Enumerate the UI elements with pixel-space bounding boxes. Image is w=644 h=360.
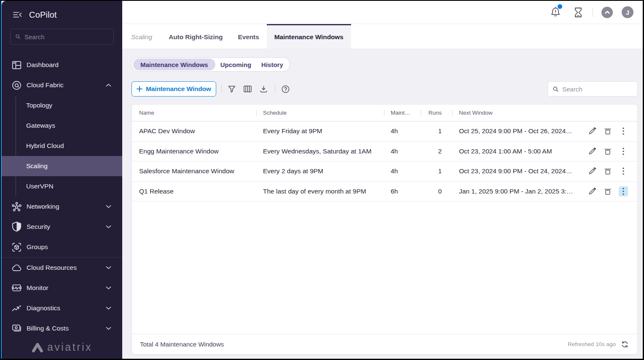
app-window: CoPilot: [1, 1, 643, 359]
aviatrix-logo-icon: [32, 342, 43, 352]
cell-runs: 1: [421, 127, 452, 135]
sidebar-item-label: Monitor: [27, 284, 48, 292]
tasks-button[interactable]: [574, 7, 582, 18]
edit-button[interactable]: [588, 166, 597, 176]
edit-button[interactable]: [588, 186, 597, 196]
tab-scaling[interactable]: Scaling: [122, 24, 161, 48]
kebab-icon: [623, 148, 624, 155]
toolbar-divider: [221, 85, 222, 93]
scroll-top-button[interactable]: [601, 7, 613, 18]
notification-dot: [558, 4, 562, 9]
table-search[interactable]: [547, 81, 638, 97]
user-avatar[interactable]: J: [622, 6, 633, 18]
networking-icon: [11, 201, 21, 212]
sidebar-item-scaling[interactable]: Scaling: [2, 156, 122, 176]
table-row[interactable]: Q1 Release The last day of every month a…: [132, 182, 637, 202]
sidebar-item-topology[interactable]: Topology: [2, 95, 122, 116]
delete-button[interactable]: [603, 126, 612, 136]
table-row[interactable]: Engg Maintenance Window Every Wednesdays…: [132, 142, 637, 162]
sidebar-item-gateways[interactable]: Gateways: [2, 116, 122, 136]
sidebar-item-label: Cloud Resources: [27, 264, 77, 271]
cell-name: APAC Dev Window: [132, 127, 256, 135]
delete-button[interactable]: [603, 186, 612, 196]
more-actions-button[interactable]: [619, 166, 628, 176]
table-row[interactable]: Salesforce Maintenance Window Every 2 da…: [132, 161, 637, 182]
sidebar-item-dashboard[interactable]: Dashboard: [2, 55, 122, 75]
main-area: J Scaling Auto Right-Sizing Events Maint…: [122, 1, 643, 359]
sidebar-item-security[interactable]: Security: [2, 217, 122, 237]
sidebar-search[interactable]: [10, 29, 114, 45]
cell-name: Salesforce Maintenance Window: [132, 167, 256, 175]
chevron-up-icon: [605, 11, 610, 14]
filter-button[interactable]: [226, 83, 238, 95]
column-header-name[interactable]: Name: [132, 110, 256, 116]
add-maintenance-window-button[interactable]: Maintenance Window: [131, 81, 216, 97]
avatar-initial: J: [626, 9, 629, 16]
cell-next-window: Oct 23, 2024 1:00 AM - 5:00 AM: [452, 148, 578, 155]
dashboard-icon: [11, 60, 21, 70]
sidebar-item-uservpn[interactable]: UserVPN: [2, 176, 122, 196]
edit-button[interactable]: [588, 126, 597, 136]
refresh-button[interactable]: [621, 341, 628, 348]
delete-button[interactable]: [603, 146, 612, 156]
refresh-icon: [621, 341, 628, 348]
table-row[interactable]: APAC Dev Window Every Friday at 9PM 4h 1…: [132, 121, 637, 142]
help-icon: [282, 85, 290, 93]
cell-name: Engg Maintenance Window: [132, 148, 256, 155]
sidebar-item-diagnostics[interactable]: Diagnostics: [2, 298, 122, 318]
edit-button[interactable]: [588, 146, 597, 156]
more-actions-button[interactable]: [619, 126, 628, 136]
sidebar-item-networking[interactable]: Networking: [2, 196, 122, 217]
tab-auto-right-sizing[interactable]: Auto Right-Sizing: [161, 24, 230, 48]
cell-next-window: Oct 25, 2024 9:00 PM - Oct 26, 2024…: [452, 127, 578, 135]
pencil-icon: [588, 127, 596, 135]
download-icon: [260, 86, 267, 93]
cell-actions: [578, 186, 637, 196]
sidebar-nav: Dashboard Cloud Fabric: [2, 55, 122, 339]
sidebar-item-hybrid-cloud[interactable]: Hybrid Cloud: [2, 136, 122, 156]
menu-collapse-icon[interactable]: [13, 10, 22, 19]
cell-schedule: Every 2 days at 9PM: [256, 167, 384, 175]
delete-button[interactable]: [603, 166, 612, 176]
column-header-next-window[interactable]: Next Window: [452, 110, 578, 116]
sidebar-search-input[interactable]: [24, 33, 108, 40]
chevron-down-icon: [106, 225, 111, 228]
content-area: Maintenance Windows Upcoming History M: [122, 48, 643, 359]
column-header-runs[interactable]: Runs: [421, 110, 452, 116]
notifications-button[interactable]: [550, 7, 561, 18]
cell-schedule: Every Friday at 9PM: [256, 127, 384, 135]
sidebar-item-cloud-resources[interactable]: Cloud Resources: [2, 258, 122, 278]
search-icon: [553, 86, 558, 92]
filter-icon: [228, 86, 236, 93]
sidebar-item-billing-costs[interactable]: Billing & Costs: [2, 318, 122, 339]
pill-maintenance-windows[interactable]: Maintenance Windows: [133, 59, 215, 70]
more-actions-button[interactable]: [619, 186, 628, 196]
app-title: CoPilot: [29, 10, 57, 20]
toolbar-divider: [275, 85, 275, 93]
aviatrix-logo: aviatrix: [2, 341, 122, 359]
pill-history[interactable]: History: [256, 59, 288, 70]
download-button[interactable]: [258, 83, 270, 95]
pill-upcoming[interactable]: Upcoming: [215, 59, 256, 70]
tab-maintenance-windows[interactable]: Maintenance Windows: [267, 24, 351, 48]
column-header-maint[interactable]: Maint…: [384, 110, 421, 116]
sidebar-item-monitor[interactable]: Monitor: [2, 278, 122, 298]
tab-label: Auto Right-Sizing: [169, 33, 223, 41]
column-header-schedule[interactable]: Schedule: [256, 110, 384, 116]
columns-button[interactable]: [242, 83, 254, 95]
sidebar-item-label: Billing & Costs: [27, 325, 69, 332]
pill-label: Maintenance Windows: [140, 61, 208, 68]
sidebar-item-cloud-fabric[interactable]: Cloud Fabric: [2, 75, 122, 95]
more-actions-button[interactable]: [619, 146, 628, 156]
pencil-icon: [588, 188, 596, 195]
sidebar-item-groups[interactable]: Groups: [2, 237, 122, 257]
table-search-input[interactable]: [562, 86, 632, 93]
tab-events[interactable]: Events: [230, 24, 266, 48]
kebab-icon: [623, 127, 624, 135]
topbar-divider: [593, 8, 593, 17]
cloud-fabric-subnav: Topology Gateways Hybrid Cloud Scaling U…: [2, 95, 122, 196]
cell-name: Q1 Release: [132, 188, 256, 195]
cell-next-window: Jan 1, 2025 9:00 PM - Jan 2, 2025 3:…: [452, 188, 578, 195]
help-button[interactable]: [280, 83, 292, 95]
hourglass-icon: [574, 7, 582, 18]
